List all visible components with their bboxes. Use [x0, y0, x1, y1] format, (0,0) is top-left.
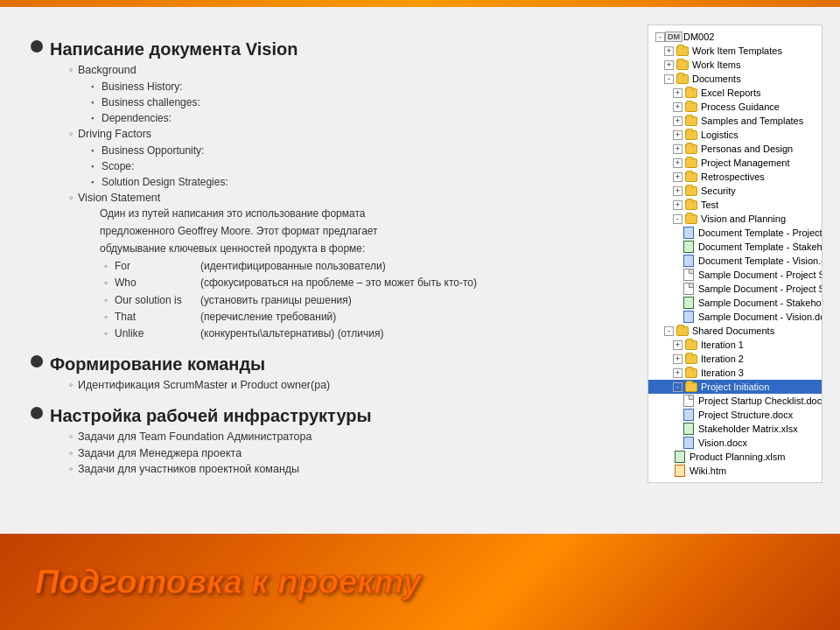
folder-icon-iter2	[684, 353, 698, 365]
folder-icon-iter1	[684, 339, 698, 351]
tree-retro-toggle[interactable]: +	[673, 172, 682, 182]
tree-iter1-toggle[interactable]: +	[673, 340, 682, 350]
table-row-who: Who (сфокусироваться на проблеме – это м…	[104, 275, 477, 291]
tree-proj-initiation[interactable]: - Project Initiation	[648, 380, 822, 394]
doc-icon-ps-docx	[682, 409, 696, 421]
tree-shared-docs[interactable]: - Shared Documents	[648, 324, 822, 338]
tree-sample-proj-struct[interactable]: Sample Document - Project Structure.docx	[648, 282, 822, 296]
tree-iter2-toggle[interactable]: +	[673, 354, 682, 364]
tree-iteration2[interactable]: + Iteration 2	[648, 352, 822, 366]
tree-security-toggle[interactable]: +	[673, 186, 682, 196]
tree-vp-toggle[interactable]: -	[673, 214, 682, 224]
main-content: Написание документа Vision Background Bu…	[0, 7, 840, 534]
tree-projmgmt-toggle[interactable]: +	[673, 158, 682, 168]
table-row-solution: Our solution is (установить границы реше…	[104, 292, 477, 309]
tree-pi-toggle[interactable]: -	[673, 382, 682, 392]
tree-projmgmt[interactable]: + Project Management	[648, 156, 822, 170]
bullet-3-sub: Задачи для Team Foundation Администратор…	[69, 429, 372, 478]
tree-doc-vision-dotx[interactable]: Document Template - Vision.dotx	[648, 254, 822, 268]
tree-excel-toggle[interactable]: +	[673, 88, 682, 98]
bottom-title: Подготовка к проекту	[35, 564, 421, 601]
folder-icon-excel	[684, 87, 698, 99]
tree-iteration1[interactable]: + Iteration 1	[648, 338, 822, 352]
folder-icon-security	[684, 185, 698, 197]
vision-text-2: предложенного Geoffrey Moore. Этот форма…	[100, 223, 477, 239]
tree-logistics[interactable]: + Logistics	[648, 128, 822, 142]
slide-container: Написание документа Vision Background Bu…	[0, 0, 840, 630]
tree-iter3-label: Iteration 3	[701, 368, 744, 378]
tree-sample-vision-docx[interactable]: Sample Document - Vision.docx	[648, 310, 822, 324]
tree-work-items[interactable]: + Work Items	[648, 58, 822, 72]
dm002-icon: DM	[667, 31, 681, 43]
tree-documents[interactable]: - Documents	[648, 72, 822, 86]
val-for: (идентифицированные пользователи)	[200, 258, 386, 275]
tree-vision-planning[interactable]: - Vision and Planning	[648, 212, 822, 226]
tree-wiki[interactable]: Wiki.htm	[648, 464, 822, 478]
tree-vp-label: Vision and Planning	[701, 214, 786, 224]
sub-manager: Задачи для Менеджера проекта	[69, 445, 372, 462]
top-border	[0, 0, 840, 7]
tree-root-toggle[interactable]: -	[655, 32, 665, 42]
folder-icon-docs	[676, 73, 690, 85]
tree-test[interactable]: + Test	[648, 198, 822, 212]
tree-doc-proj-structure[interactable]: Document Template - Project Structure.do…	[648, 226, 822, 240]
tree-process[interactable]: + Process Guidance	[648, 100, 822, 114]
tree-doc-proj-struct-label: Document Template - Project Structure.do…	[698, 228, 822, 238]
bullet-1-title: Написание документа Vision	[50, 38, 477, 60]
key-solution: Our solution is	[115, 292, 193, 309]
tree-excel[interactable]: + Excel Reports	[648, 86, 822, 100]
vision-text-1: Один из путей написания это использовани…	[100, 206, 477, 221]
tree-shared-toggle[interactable]: -	[664, 326, 674, 336]
doc-icon-wiki	[673, 465, 687, 477]
tree-root[interactable]: - DM DM002	[648, 30, 822, 44]
tree-samples-toggle[interactable]: +	[673, 116, 682, 126]
tree-test-toggle[interactable]: +	[673, 200, 682, 210]
tree-sample-stakeholder-xlsx[interactable]: Sample Document - Stakeholder Matrix.xls…	[648, 296, 822, 310]
tree-proj-structure-docx[interactable]: Project Structure.docx	[648, 408, 822, 422]
folder-icon-iter3	[684, 367, 698, 379]
tree-wi-label: Work Items	[692, 60, 740, 70]
tree-logistics-toggle[interactable]: +	[673, 130, 682, 140]
file-tree-panel: - DM DM002 + Work Item Templates + Work …	[648, 24, 822, 483]
tree-stakeholder-xlsx[interactable]: Stakeholder Matrix.xlsx	[648, 422, 822, 436]
tree-sample-startup-label: Sample Document - Project Startup Checkl…	[698, 270, 822, 280]
tree-startup-checklist[interactable]: Project Startup Checklist.docx	[648, 394, 822, 408]
doc-icon-product-planning	[673, 451, 687, 463]
tree-sample-vision-docx-label: Sample Document - Vision.docx	[698, 312, 822, 322]
tree-wit-toggle[interactable]: +	[664, 46, 674, 56]
folder-icon-test	[684, 199, 698, 211]
tree-samples[interactable]: + Samples and Templates	[648, 114, 822, 128]
sub-team: Задачи для участников проектной команды	[69, 461, 372, 478]
val-who: (сфокусироваться на проблеме – это может…	[200, 275, 477, 291]
folder-icon-logistics	[684, 129, 698, 141]
tree-docs-toggle[interactable]: -	[664, 74, 674, 84]
sub-background: Background Business History: Business ch…	[69, 62, 477, 126]
tree-iter3-toggle[interactable]: +	[673, 368, 682, 378]
tree-wiki-label: Wiki.htm	[690, 466, 726, 476]
tree-root-label: DM002	[683, 32, 714, 42]
tree-product-planning[interactable]: Product Planning.xlsm	[648, 450, 822, 464]
tree-security-label: Security	[701, 186, 736, 196]
tree-vision-docx[interactable]: Vision.docx	[648, 436, 822, 450]
table-row-that: That (перечисление требований)	[104, 309, 477, 326]
key-that: That	[115, 309, 193, 326]
tree-iteration3[interactable]: + Iteration 3	[648, 366, 822, 380]
folder-icon-retro	[684, 171, 698, 183]
tree-retro[interactable]: + Retrospectives	[648, 170, 822, 184]
tree-personas-toggle[interactable]: +	[673, 144, 682, 154]
folder-icon-personas	[684, 143, 698, 155]
tree-work-item-templates[interactable]: + Work Item Templates	[648, 44, 822, 58]
folder-icon-projmgmt	[684, 157, 698, 169]
val-solution: (установить границы решения)	[200, 292, 352, 309]
tree-security[interactable]: + Security	[648, 184, 822, 198]
bullet-2-title: Формирование команды	[50, 353, 330, 375]
tree-samples-label: Samples and Templates	[701, 116, 803, 126]
tree-personas[interactable]: + Personas and Design	[648, 142, 822, 156]
tree-sample-startup[interactable]: Sample Document - Project Startup Checkl…	[648, 268, 822, 282]
business-history: Business History:	[91, 79, 477, 94]
tree-process-toggle[interactable]: +	[673, 102, 682, 112]
tree-sample-proj-struct-label: Sample Document - Project Structure.docx	[698, 284, 822, 294]
tree-wi-toggle[interactable]: +	[664, 60, 674, 70]
tree-logistics-label: Logistics	[701, 130, 738, 140]
tree-doc-stakeholder-xltx[interactable]: Document Template - Stakeholder Matrix.x…	[648, 240, 822, 254]
